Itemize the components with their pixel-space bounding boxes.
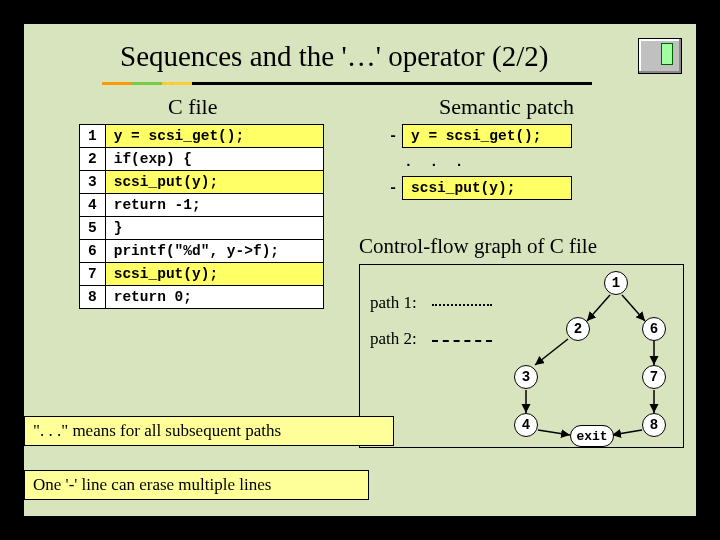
- cfile-heading: C file: [168, 94, 218, 120]
- cfg-node: 6: [642, 317, 666, 341]
- table-row: 7scsi_put(y);: [80, 263, 324, 286]
- slide-title: Sequences and the '…' operator (2/2): [120, 40, 548, 73]
- table-row: 3 scsi_put(y);: [80, 171, 324, 194]
- svg-line-0: [587, 295, 610, 321]
- cfg-node: 2: [566, 317, 590, 341]
- table-row: 1y = scsi_get();: [80, 125, 324, 148]
- sem-line: - scsi_put(y);: [384, 176, 684, 200]
- cfg-box: path 1: path 2: 1 2 6 3 7 4 8 exit: [359, 264, 684, 448]
- sem-line: - y = scsi_get();: [384, 124, 684, 148]
- cfg-node: 3: [514, 365, 538, 389]
- code-table: 1y = scsi_get(); 2if(exp) { 3 scsi_put(y…: [79, 124, 324, 309]
- cfg-exit-node: exit: [570, 425, 614, 447]
- table-row: 2if(exp) {: [80, 148, 324, 171]
- note-allpaths: ". . ." means for all subsequent paths: [24, 416, 394, 446]
- path1-legend-line: [432, 304, 492, 306]
- table-row: 4 return -1;: [80, 194, 324, 217]
- cfg-heading: Control-flow graph of C file: [359, 234, 597, 259]
- path2-label: path 2:: [370, 329, 417, 349]
- sem-line: . . .: [404, 154, 684, 170]
- window-icon: [638, 38, 682, 74]
- title-rule: [102, 82, 592, 85]
- cfg-node: 7: [642, 365, 666, 389]
- slide: Sequences and the '…' operator (2/2) C f…: [22, 22, 698, 518]
- path2-legend-line: [432, 340, 492, 342]
- table-row: 5}: [80, 217, 324, 240]
- table-row: 6printf("%d", y->f);: [80, 240, 324, 263]
- note-erase: One '-' line can erase multiple lines: [24, 470, 369, 500]
- svg-line-1: [622, 295, 645, 321]
- cfg-node: 1: [604, 271, 628, 295]
- semantic-patch: - y = scsi_get(); . . . - scsi_put(y);: [384, 124, 684, 206]
- table-row: 8return 0;: [80, 286, 324, 309]
- cfg-node: 8: [642, 413, 666, 437]
- svg-line-7: [612, 430, 642, 435]
- svg-line-6: [538, 430, 570, 435]
- sem-heading: Semantic patch: [439, 94, 574, 120]
- cfg-node: 4: [514, 413, 538, 437]
- svg-line-2: [535, 339, 568, 365]
- path1-label: path 1:: [370, 293, 417, 313]
